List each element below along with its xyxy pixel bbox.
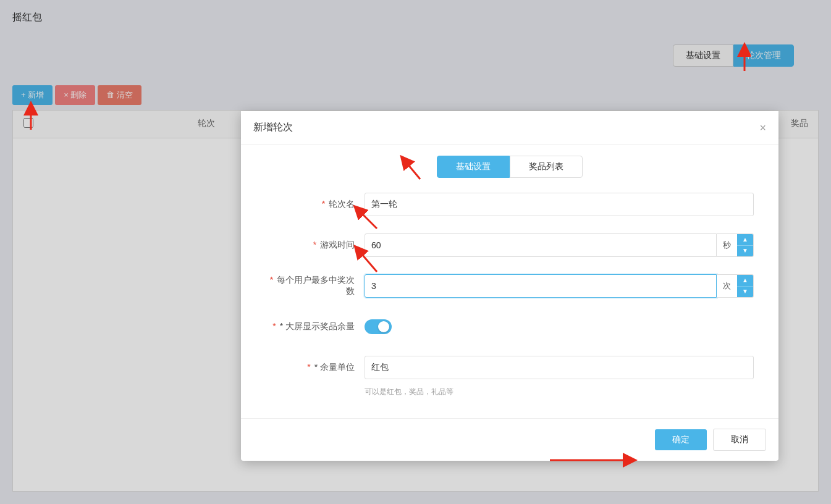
game-time-label: * 游戏时间 [266, 240, 365, 251]
form-row-remaining-unit: * * 余量单位 [266, 353, 754, 382]
show-remaining-label: * * 大屏显示奖品余量 [266, 321, 365, 332]
max-wins-label-text: 每个用户最多中奖次数 [277, 275, 355, 296]
toggle-wrap [365, 319, 392, 334]
required-star: * [322, 199, 325, 209]
remaining-unit-label: * * 余量单位 [266, 362, 365, 373]
modal-footer: 确定 取消 [241, 418, 778, 461]
game-time-decrement[interactable]: ▼ [737, 246, 753, 257]
modal-title: 新增轮次 [253, 121, 293, 134]
game-time-input-wrap: 秒 ▲ ▼ [365, 233, 754, 257]
required-star5: * [307, 362, 310, 372]
modal-tab-basic[interactable]: 基础设置 [437, 156, 510, 178]
modal-header: 新增轮次 × [241, 111, 778, 145]
confirm-button[interactable]: 确定 [655, 429, 707, 450]
remaining-unit-input[interactable] [365, 356, 754, 379]
game-time-spinner: ▲ ▼ [737, 233, 754, 257]
game-time-input[interactable] [365, 233, 717, 257]
max-wins-decrement[interactable]: ▼ [737, 287, 753, 298]
form-row-game-time: * 游戏时间 秒 ▲ ▼ [266, 231, 754, 259]
game-time-increment[interactable]: ▲ [737, 234, 753, 246]
required-star4: * [272, 321, 276, 331]
show-remaining-label-text: * 大屏显示奖品余量 [280, 321, 355, 331]
page-background: 摇红包 基础设置 轮次管理 + 新增 × 删除 🗑 清空 轮次 状态 奖品 新增… [0, 0, 831, 504]
required-star3: * [270, 275, 273, 285]
modal-tabs: 基础设置 奖品列表 [241, 145, 778, 184]
max-wins-increment[interactable]: ▲ [737, 275, 753, 287]
max-wins-spinner: ▲ ▼ [737, 274, 754, 298]
modal-tab-prize[interactable]: 奖品列表 [510, 156, 583, 178]
form-row-show-remaining: * * 大屏显示奖品余量 [266, 313, 754, 341]
remaining-unit-hint: 可以是红包，奖品，礼品等 [365, 387, 754, 397]
remaining-unit-label-text: * 余量单位 [314, 362, 355, 372]
form-row-max-wins: * 每个用户最多中奖次数 次 ▲ ▼ [266, 272, 754, 300]
modal-dialog: 新增轮次 × 基础设置 奖品列表 * 轮次名 * 游戏时间 [241, 111, 778, 461]
round-name-input[interactable] [365, 193, 754, 216]
cancel-button[interactable]: 取消 [713, 429, 766, 451]
modal-body: * 轮次名 * 游戏时间 秒 ▲ ▼ [241, 184, 778, 418]
max-wins-input[interactable] [365, 274, 717, 298]
max-wins-input-wrap: 次 ▲ ▼ [365, 274, 754, 298]
max-wins-unit: 次 [717, 274, 737, 298]
modal-close-button[interactable]: × [759, 122, 766, 133]
form-row-round-name: * 轮次名 [266, 190, 754, 219]
toggle-track [365, 319, 392, 334]
game-time-label-text: 游戏时间 [320, 240, 355, 250]
toggle-thumb [378, 321, 389, 332]
round-name-label-text: 轮次名 [329, 199, 355, 209]
game-time-unit: 秒 [717, 233, 737, 257]
max-wins-label: * 每个用户最多中奖次数 [266, 275, 365, 297]
round-name-label: * 轮次名 [266, 199, 365, 210]
toggle-switch[interactable] [365, 319, 392, 334]
required-star2: * [313, 240, 316, 250]
